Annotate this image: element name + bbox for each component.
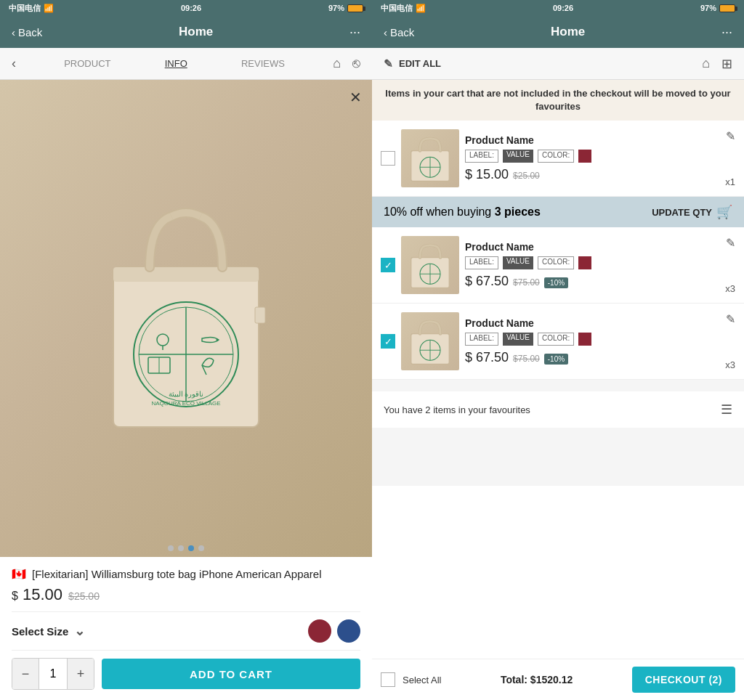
nav-bar-left: ‹ Back Home ··· [0, 16, 372, 48]
spacer [372, 380, 744, 391]
status-left: 中国电信 📶 [9, 3, 54, 14]
grid-icon-right[interactable]: ⊞ [721, 56, 732, 72]
svg-rect-1 [113, 267, 259, 282]
dot-1 [168, 545, 174, 551]
cart-item-2-name: Product Name [465, 241, 719, 253]
cart-item-2: ✓ Product Name LABEL: VALUE COLOR: [372, 227, 744, 304]
item-2-edit-icon[interactable]: ✎ [726, 236, 735, 250]
tab-product[interactable]: PRODUCT [58, 52, 116, 75]
svg-rect-2 [255, 307, 265, 323]
wifi-icon: 📶 [44, 4, 54, 13]
cart-item-3-name: Product Name [465, 317, 719, 329]
qty-plus-button[interactable]: + [68, 659, 94, 689]
back-chevron-right: ‹ [384, 26, 387, 38]
update-qty-button[interactable]: UPDATE QTY 🛒 [652, 204, 732, 220]
battery-icon-right [719, 4, 735, 12]
cart-item-3-checkbox[interactable]: ✓ [381, 334, 395, 349]
back-button-right[interactable]: ‹ Back [384, 26, 414, 38]
badge-value-1: VALUE [503, 150, 533, 163]
cart-price-row-1: $ 15.00 $25.00 [465, 167, 719, 182]
cart-price-2: $ 67.50 [465, 274, 509, 289]
cart-item-3-badges: LABEL: VALUE COLOR: [465, 333, 719, 346]
cart-price-value-2: 67.50 [476, 274, 509, 288]
price-old-left: $25.00 [68, 590, 100, 602]
cart-price-symbol-2: $ [465, 274, 472, 288]
tab-info[interactable]: INFO [159, 52, 193, 75]
qty-value: 1 [39, 659, 68, 689]
color-swatch-red[interactable] [308, 619, 331, 643]
cart-item-1-tote [405, 133, 456, 184]
cart-item-3: ✓ Product Name LABEL: VALUE COLOR: [372, 304, 744, 380]
cart-item-1-badges: LABEL: VALUE COLOR: [465, 150, 719, 163]
cart-price-symbol-3: $ [465, 350, 472, 365]
fav-row: You have 2 items in your favourites ☰ [384, 402, 732, 418]
badge-value-2: VALUE [503, 256, 533, 269]
select-size[interactable]: Select Size ⌄ [12, 623, 85, 639]
back-label-right: Back [390, 26, 414, 38]
cart-item-3-image [401, 312, 459, 370]
product-image-bg: ناقورة البيئة NAQOURA ECO VILLAGE [0, 80, 372, 557]
item-2-qty: x3 [725, 283, 735, 294]
cart-item-1-name: Product Name [465, 134, 719, 146]
cart-item-1: Product Name LABEL: VALUE COLOR: $ 15.00… [372, 121, 744, 197]
status-left-right: 中国电信 📶 [381, 3, 426, 14]
cart-item-2-badges: LABEL: VALUE COLOR: [465, 256, 719, 269]
edit-all-button[interactable]: ✎ EDIT ALL [384, 57, 441, 70]
tab-icons: ⌂ ⎋ [333, 56, 360, 71]
cart-price-row-3: $ 67.50 $75.00 -10% [465, 350, 719, 365]
update-qty-label: UPDATE QTY [652, 207, 712, 218]
price-value-left: 15.00 [23, 585, 62, 603]
back-label-left: Back [18, 26, 42, 38]
product-image-area: ناقورة البيئة NAQOURA ECO VILLAGE ✕ [0, 80, 372, 557]
back-button-left[interactable]: ‹ Back [12, 26, 42, 38]
cart-item-2-checkbox[interactable]: ✓ [381, 258, 395, 272]
add-to-cart-button[interactable]: ADD TO CART [102, 659, 360, 689]
battery-left: 97% [328, 4, 344, 12]
status-bar-right: 中国电信 📶 09:26 97% [372, 0, 744, 16]
edit-icon: ✎ [384, 57, 393, 70]
share-icon-left[interactable]: ⎋ [352, 56, 360, 71]
cart-price-3: $ 67.50 [465, 350, 509, 365]
checkmark-2: ✓ [384, 260, 392, 271]
size-color-row: Select Size ⌄ [12, 611, 360, 651]
select-size-label: Select Size [12, 625, 68, 638]
price-symbol-left: $ [12, 590, 18, 602]
nav-title-right: Home [551, 25, 585, 39]
close-button[interactable]: ✕ [349, 89, 362, 106]
badge-color-label-2: COLOR: [538, 256, 574, 269]
tab-reviews[interactable]: REVIEWS [235, 52, 291, 75]
carrier-left: 中国电信 [9, 3, 41, 14]
color-swatch-blue[interactable] [337, 619, 360, 643]
cart-item-1-checkbox[interactable] [381, 151, 395, 166]
cart-item-1-right: ✎ x1 [725, 129, 735, 187]
qty-minus-button[interactable]: − [12, 659, 39, 689]
dot-3[interactable] [188, 545, 194, 551]
favourites-list-icon[interactable]: ☰ [721, 402, 732, 418]
cart-icon: 🛒 [716, 204, 732, 220]
wifi-icon-right: 📶 [416, 4, 426, 13]
item-3-qty: x3 [725, 359, 735, 370]
item-1-edit-icon[interactable]: ✎ [726, 129, 735, 143]
promo-text-prefix: 10% off when buying [384, 205, 495, 218]
product-flag: 🇨🇦 [12, 567, 26, 581]
home-icon-left[interactable]: ⌂ [333, 56, 341, 71]
tab-bar-left: ‹ PRODUCT INFO REVIEWS ⌂ ⎋ [0, 48, 372, 80]
cart-item-3-right: ✎ x3 [725, 312, 735, 370]
battery-icon-left [347, 4, 363, 12]
select-all-checkbox[interactable] [381, 672, 395, 687]
item-3-edit-icon[interactable]: ✎ [726, 312, 735, 326]
nav-dots-left[interactable]: ··· [349, 25, 360, 40]
badge-value-3: VALUE [503, 333, 533, 346]
cart-item-2-details: Product Name LABEL: VALUE COLOR: $ 67.50… [465, 241, 719, 289]
total-label: Total: $1520.12 [448, 674, 624, 685]
checkout-button[interactable]: CHECKOUT (2) [632, 667, 735, 693]
tab-left-arrow[interactable]: ‹ [12, 56, 16, 71]
time-left: 09:26 [181, 4, 201, 12]
dot-indicators [168, 545, 204, 551]
nav-bar-right: ‹ Back Home ··· [372, 16, 744, 48]
home-icon-right[interactable]: ⌂ [702, 56, 710, 72]
nav-dots-right[interactable]: ··· [721, 25, 732, 40]
cart-price-1: $ 15.00 [465, 167, 509, 182]
cart-price-value-1: 15.00 [476, 167, 509, 182]
svg-point-13 [217, 339, 219, 341]
